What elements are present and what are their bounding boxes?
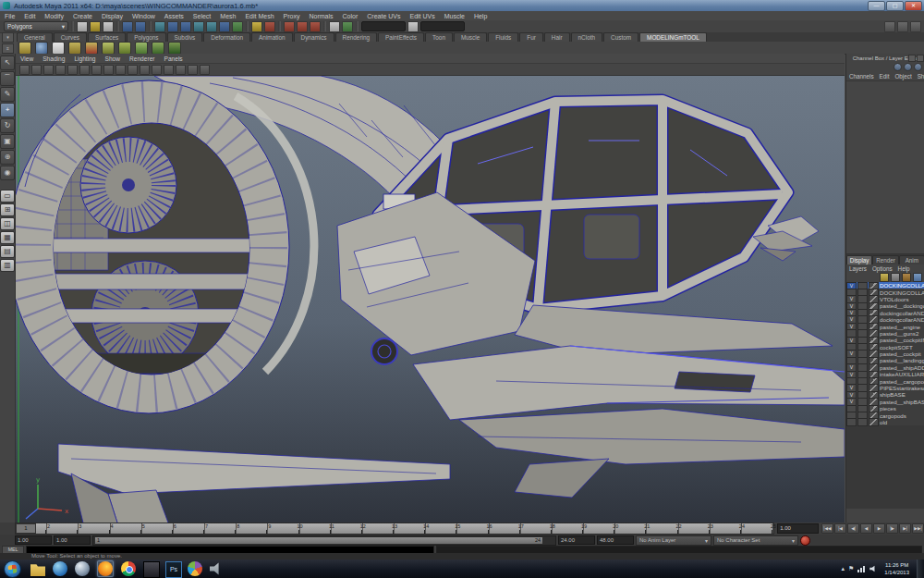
panel-menu-item[interactable]: Lighting — [69, 55, 100, 62]
range-slider-bar[interactable]: 1 24 — [95, 537, 542, 544]
shelf-globe-icon[interactable] — [35, 42, 48, 55]
isolate-select-icon[interactable] — [140, 65, 150, 75]
animation-end-field[interactable]: 48.00 — [597, 535, 634, 545]
quick-selection-field[interactable] — [361, 21, 406, 31]
wireframe-mode-icon[interactable] — [91, 65, 102, 75]
taskbar-chrome-icon[interactable] — [121, 561, 136, 576]
layer-name[interactable]: pasted__dockingcollars — [880, 302, 924, 309]
panel-pin-icon[interactable] — [908, 55, 916, 62]
tray-clock[interactable]: 11:26 PM 1/14/2013 — [884, 561, 909, 576]
paint-effects-icon[interactable] — [342, 21, 353, 32]
layer-name[interactable]: pasted__landinggear — [880, 357, 924, 363]
numeric-input-field[interactable] — [420, 21, 465, 31]
layout-rows-button[interactable]: ▤ — [0, 245, 15, 258]
snap-grid-icon[interactable] — [193, 21, 204, 32]
undo-icon[interactable] — [122, 21, 133, 32]
status-separator[interactable] — [116, 21, 119, 31]
taskbar-audio-app-icon[interactable] — [210, 561, 225, 576]
shelf-tab[interactable]: Polygons — [127, 32, 165, 42]
new-scene-icon[interactable] — [77, 21, 88, 32]
show-attribute-editor-icon[interactable] — [884, 21, 895, 32]
layer-name[interactable]: cargopods — [880, 412, 924, 419]
open-scene-icon[interactable] — [90, 21, 101, 32]
construction-history-icon[interactable] — [264, 21, 275, 32]
playback-button[interactable]: ◀ — [860, 523, 872, 534]
display-layer-row[interactable]: old — [846, 419, 924, 425]
safe-frame-icon[interactable] — [188, 65, 198, 75]
field-mode-icon[interactable] — [407, 21, 419, 32]
xray-mode-icon[interactable] — [152, 65, 162, 75]
maximize-button[interactable]: ▢ — [886, 1, 904, 11]
layer-name[interactable]: DOCKINGCOLLARextended — [880, 289, 924, 296]
shelf-tab[interactable]: Dynamics — [294, 32, 334, 42]
select-tool[interactable]: ↖ — [0, 55, 15, 70]
playback-end-field[interactable]: 24.00 — [558, 535, 595, 545]
layout-four-pane-button[interactable]: ⊞ — [0, 203, 15, 216]
select-object-icon[interactable] — [167, 21, 178, 32]
shelf-tab[interactable]: General — [17, 32, 53, 42]
quick-layout-icon[interactable] — [329, 21, 340, 32]
show-tool-settings-icon[interactable] — [897, 21, 908, 32]
shelf-tab[interactable]: Hair — [544, 32, 570, 42]
taskbar-explorer-icon[interactable] — [30, 561, 45, 576]
menu-item[interactable]: File — [0, 13, 19, 19]
playback-button[interactable]: ▶ — [873, 523, 885, 534]
shelf-bridge-icon[interactable] — [118, 42, 131, 55]
shelf-side-buttons[interactable]: ▾≡ — [2, 32, 14, 54]
current-frame-marker[interactable]: 1 — [16, 523, 36, 534]
grease-pencil-icon[interactable] — [79, 65, 90, 75]
layer-name[interactable]: shipBASE — [880, 391, 924, 398]
taskbar-dark-app-icon[interactable] — [143, 561, 158, 576]
layer-name[interactable]: PIPESstarttrakesoFLconduits — [880, 385, 924, 391]
status-separator[interactable] — [149, 21, 152, 31]
shelf-tab[interactable]: Subdivs — [167, 32, 203, 42]
layer-name[interactable]: dockingcollarANDfigure:dockin — [880, 310, 924, 316]
speed-toggle-icon[interactable] — [904, 63, 912, 71]
layer-name[interactable]: pasted__cockpit — [880, 350, 924, 357]
select-component-icon[interactable] — [180, 21, 191, 32]
close-button[interactable]: ✕ — [905, 1, 922, 11]
shelf-tab[interactable]: Toon — [425, 32, 453, 42]
layer-playback-toggle[interactable] — [857, 418, 868, 425]
menu-set-dropdown[interactable]: Polygons▾ — [4, 21, 68, 31]
image-plane-icon[interactable] — [55, 65, 66, 75]
panel-menu-item[interactable]: Shading — [38, 55, 69, 62]
minimize-button[interactable]: — — [868, 1, 885, 11]
shelf-tab[interactable]: PaintEffects — [378, 32, 424, 42]
field-chart-icon[interactable] — [200, 65, 210, 75]
channel-box-empty-area[interactable] — [846, 81, 924, 254]
lighting-mode-icon[interactable] — [128, 65, 138, 75]
layer-editor-tab[interactable]: Display — [846, 255, 872, 264]
textured-mode-icon[interactable] — [116, 65, 126, 75]
playback-button[interactable]: ▶| — [899, 523, 911, 534]
layer-visibility-toggle[interactable] — [846, 418, 857, 425]
layer-name[interactable]: pasted__guns2 — [880, 330, 924, 337]
shelf-extrude-icon[interactable] — [85, 42, 98, 55]
render-current-icon[interactable] — [284, 21, 295, 32]
shelf-tab[interactable]: Fluids — [488, 32, 518, 42]
layer-editor-tab[interactable]: Anim — [899, 255, 924, 264]
taskbar-ball-app-icon[interactable] — [75, 561, 90, 576]
rotate-tool[interactable]: ↻ — [0, 118, 15, 133]
tray-action-center-icon[interactable]: ⚑ — [848, 565, 854, 572]
move-layer-down-icon[interactable] — [891, 273, 900, 282]
title-bar[interactable]: Autodesk Maya 2011 x64: D:\maya\scenes\W… — [0, 0, 924, 11]
menu-item[interactable]: Normals — [304, 13, 337, 19]
playback-button[interactable]: ▶▶| — [912, 523, 924, 534]
shaded-mode-icon[interactable] — [103, 65, 114, 75]
status-separator[interactable] — [246, 21, 249, 31]
menu-item[interactable]: Select — [188, 13, 215, 19]
tray-network-icon[interactable] — [857, 565, 866, 572]
auto-keyframe-toggle[interactable] — [800, 535, 810, 546]
taskbar-photoshop-icon[interactable]: Ps — [165, 561, 180, 576]
select-hierarchy-icon[interactable] — [154, 21, 165, 32]
menu-item[interactable]: Edit Mesh — [240, 13, 278, 19]
resolution-gate-icon[interactable] — [176, 65, 186, 75]
playback-button[interactable]: ◀| — [847, 523, 859, 534]
shelf-tab[interactable]: Surfaces — [88, 32, 126, 42]
camera-attrs-icon[interactable] — [31, 65, 42, 75]
layer-name[interactable]: pieces — [880, 405, 924, 412]
shelf-tab[interactable]: Custom — [603, 32, 638, 42]
layer-name[interactable]: pasted__cockpitINTERIOR — [880, 337, 924, 343]
shelf-tab[interactable]: Rendering — [335, 32, 378, 42]
